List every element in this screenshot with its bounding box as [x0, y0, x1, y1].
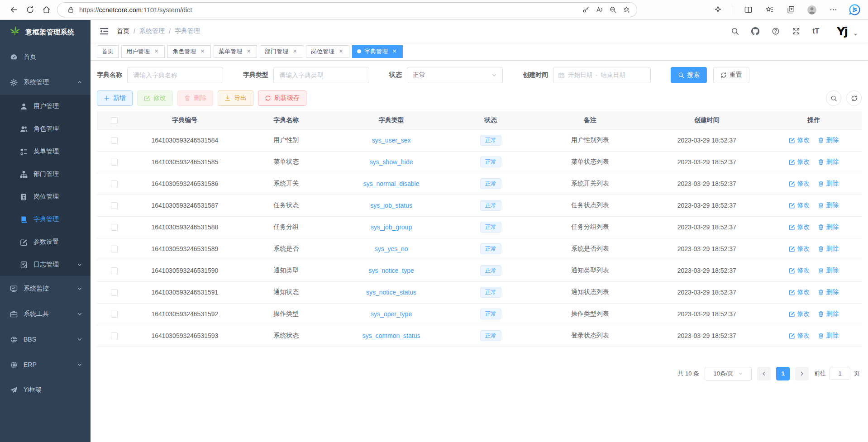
delete-link[interactable]: 删除: [818, 332, 839, 340]
row-checkbox[interactable]: [111, 311, 118, 318]
page-number-button[interactable]: 1: [776, 367, 790, 380]
edit-link[interactable]: 修改: [789, 136, 810, 144]
dict-name-input[interactable]: [127, 67, 223, 83]
row-checkbox[interactable]: [111, 181, 118, 187]
sidebar-item-system-mgmt[interactable]: 系统管理: [0, 70, 91, 95]
add-button[interactable]: 新增: [97, 90, 133, 106]
row-checkbox[interactable]: [111, 333, 118, 339]
reset-button[interactable]: 重置: [713, 67, 749, 83]
edit-link[interactable]: 修改: [789, 310, 810, 318]
tab-home[interactable]: 首页: [97, 45, 119, 58]
home-icon[interactable]: [38, 2, 54, 18]
search-button[interactable]: 搜索: [671, 67, 707, 83]
delete-link[interactable]: 删除: [818, 310, 839, 318]
edit-link[interactable]: 修改: [789, 245, 810, 253]
sidebar-item-home[interactable]: 首页: [0, 44, 91, 70]
dict-type-link[interactable]: sys_yes_no: [375, 245, 408, 252]
show-search-toggle-icon[interactable]: [826, 90, 841, 106]
tab-menu-mgmt[interactable]: 菜单管理×: [214, 45, 257, 58]
yj-avatar[interactable]: Yj: [837, 25, 847, 38]
tab-post-mgmt[interactable]: 岗位管理×: [306, 45, 349, 58]
tab-dept-mgmt[interactable]: 部门管理×: [260, 45, 303, 58]
breadcrumb-home[interactable]: 首页: [117, 27, 129, 35]
delete-link[interactable]: 删除: [818, 158, 839, 166]
sidebar-item-yi-framework[interactable]: Yi框架: [0, 377, 91, 403]
sidebar-item-sys-tools[interactable]: 系统工具: [0, 301, 91, 327]
dict-type-link[interactable]: sys_user_sex: [372, 137, 411, 144]
sidebar-item-dept-mgmt[interactable]: 部门管理: [0, 163, 91, 185]
github-icon[interactable]: [751, 27, 759, 35]
refresh-table-icon[interactable]: [846, 90, 862, 106]
close-icon[interactable]: ×: [199, 48, 206, 55]
sidebar-item-param-settings[interactable]: 参数设置: [0, 231, 91, 253]
close-icon[interactable]: ×: [391, 48, 398, 55]
url-text[interactable]: https://ccnetcore.com:1101/system/dict: [79, 6, 579, 14]
tab-role-mgmt[interactable]: 角色管理×: [167, 45, 211, 58]
sidebar-item-sys-monitor[interactable]: 系统监控: [0, 276, 91, 301]
goto-page-input[interactable]: [830, 367, 850, 380]
dict-type-link[interactable]: sys_common_status: [362, 332, 420, 339]
edit-link[interactable]: 修改: [789, 332, 810, 340]
row-checkbox[interactable]: [111, 246, 118, 252]
sidebar-item-role-mgmt[interactable]: 角色管理: [0, 118, 91, 140]
address-bar[interactable]: https://ccnetcore.com:1101/system/dict: [57, 2, 637, 17]
profile-icon[interactable]: [804, 2, 820, 18]
dict-type-link[interactable]: sys_oper_type: [371, 310, 412, 318]
edit-link[interactable]: 修改: [789, 158, 810, 166]
delete-link[interactable]: 删除: [818, 245, 839, 253]
key-icon[interactable]: [579, 4, 592, 16]
extensions-icon[interactable]: [710, 2, 726, 18]
app-logo[interactable]: 意框架管理系统: [0, 20, 91, 44]
sidebar-item-post-mgmt[interactable]: 岗位管理: [0, 185, 91, 208]
refresh-cache-button[interactable]: 刷新缓存: [258, 90, 306, 106]
dict-type-link[interactable]: sys_job_status: [370, 202, 412, 209]
sidebar-item-dict-mgmt[interactable]: 字典管理: [0, 208, 91, 231]
caret-down-icon[interactable]: [853, 32, 858, 37]
close-icon[interactable]: ×: [245, 48, 252, 55]
tab-dict-mgmt[interactable]: 字典管理×: [352, 45, 403, 58]
modify-button[interactable]: 修改: [137, 90, 173, 106]
dict-type-link[interactable]: sys_notice_status: [366, 289, 416, 296]
dict-type-link[interactable]: sys_normal_disable: [363, 180, 420, 187]
dict-type-link[interactable]: sys_show_hide: [370, 158, 413, 166]
fullscreen-icon[interactable]: [792, 27, 800, 35]
collections-icon[interactable]: [782, 2, 799, 18]
next-page-button[interactable]: [795, 367, 809, 380]
page-size-select[interactable]: 10条/页: [705, 367, 752, 380]
back-icon[interactable]: [5, 2, 22, 18]
sidebar-item-erp[interactable]: ERP: [0, 352, 91, 377]
text-size-icon[interactable]: tT: [812, 28, 819, 35]
more-icon[interactable]: [825, 2, 841, 18]
delete-link[interactable]: 删除: [818, 201, 839, 209]
row-checkbox[interactable]: [111, 202, 118, 209]
row-checkbox[interactable]: [111, 159, 118, 166]
delete-link[interactable]: 删除: [818, 180, 839, 188]
delete-link[interactable]: 删除: [818, 288, 839, 296]
split-screen-icon[interactable]: [740, 2, 756, 18]
row-checkbox[interactable]: [111, 289, 118, 296]
date-range-picker[interactable]: 开始日期 - 结束日期: [553, 67, 651, 83]
collapse-sidebar-icon[interactable]: [100, 27, 109, 36]
help-icon[interactable]: [772, 27, 780, 35]
sidebar-item-log-mgmt[interactable]: 日志管理: [0, 253, 91, 276]
sidebar-item-user-mgmt[interactable]: 用户管理: [0, 95, 91, 118]
lock-icon[interactable]: [64, 4, 77, 16]
delete-button[interactable]: 删除: [177, 90, 213, 106]
edit-link[interactable]: 修改: [789, 288, 810, 296]
add-favorite-icon[interactable]: [620, 4, 633, 16]
select-all-checkbox[interactable]: [111, 117, 118, 124]
dict-type-input[interactable]: [273, 67, 369, 83]
row-checkbox[interactable]: [111, 267, 118, 274]
favorites-hub-icon[interactable]: [761, 2, 777, 18]
close-icon[interactable]: ×: [338, 48, 344, 55]
close-icon[interactable]: ×: [291, 48, 298, 55]
close-icon[interactable]: ×: [153, 48, 160, 55]
edit-link[interactable]: 修改: [789, 223, 810, 231]
reload-icon[interactable]: [22, 2, 38, 18]
read-aloud-icon[interactable]: [592, 4, 606, 16]
sidebar-item-bbs[interactable]: BBS: [0, 327, 91, 352]
prev-page-button[interactable]: [757, 367, 771, 380]
delete-link[interactable]: 删除: [818, 266, 839, 275]
search-icon[interactable]: [731, 27, 739, 35]
dict-type-link[interactable]: sys_job_group: [371, 223, 412, 231]
